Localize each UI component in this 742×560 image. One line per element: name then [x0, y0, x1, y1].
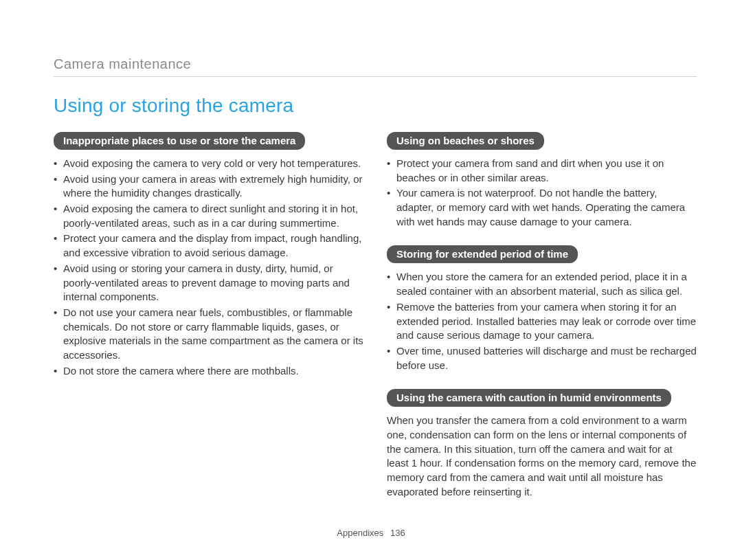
section-inappropriate-places: Inappropriate places to use or store the… [54, 132, 363, 378]
section-extended-storage: Storing for extended period of time When… [387, 245, 697, 372]
section-beaches: Using on beaches or shores Protect your … [387, 132, 697, 229]
section-heading: Storing for extended period of time [387, 245, 578, 263]
section-heading: Using on beaches or shores [387, 132, 544, 150]
page-title: Using or storing the camera [54, 95, 697, 117]
bullet-list: Avoid exposing the camera to very cold o… [54, 157, 363, 378]
list-item: Protect your camera from sand and dirt w… [387, 157, 697, 185]
list-item: Over time, unused batteries will dischar… [387, 344, 697, 372]
page-footer: Appendixes 136 [0, 528, 742, 538]
list-item: Remove the batteries from your camera wh… [387, 300, 697, 343]
section-heading: Using the camera with caution in humid e… [387, 389, 671, 407]
list-item: Avoid using or storing your camera in du… [54, 262, 363, 304]
bullet-list: When you store the camera for an extende… [387, 270, 697, 372]
list-item: Do not store the camera where there are … [54, 364, 363, 379]
content-columns: Inappropriate places to use or store the… [54, 132, 697, 515]
right-column: Using on beaches or shores Protect your … [387, 132, 697, 515]
section-humid-environments: Using the camera with caution in humid e… [387, 389, 697, 499]
footer-page-number: 136 [390, 528, 405, 538]
section-paragraph: When you transfer the camera from a cold… [387, 414, 697, 499]
list-item: Do not use your camera near fuels, combu… [54, 306, 363, 363]
section-heading: Inappropriate places to use or store the… [54, 132, 305, 150]
left-column: Inappropriate places to use or store the… [54, 132, 363, 515]
list-item: Avoid using your camera in areas with ex… [54, 172, 363, 201]
list-item: Protect your camera and the display from… [54, 232, 363, 260]
list-item: Avoid exposing the camera to very cold o… [54, 157, 363, 171]
bullet-list: Protect your camera from sand and dirt w… [387, 157, 697, 229]
footer-label: Appendixes [337, 528, 383, 538]
list-item: Your camera is not waterproof. Do not ha… [387, 186, 697, 229]
list-item: Avoid exposing the camera to direct sunl… [54, 202, 363, 230]
breadcrumb: Camera maintenance [54, 56, 697, 72]
divider [54, 76, 697, 77]
list-item: When you store the camera for an extende… [387, 270, 697, 298]
manual-page: Camera maintenance Using or storing the … [0, 0, 742, 560]
